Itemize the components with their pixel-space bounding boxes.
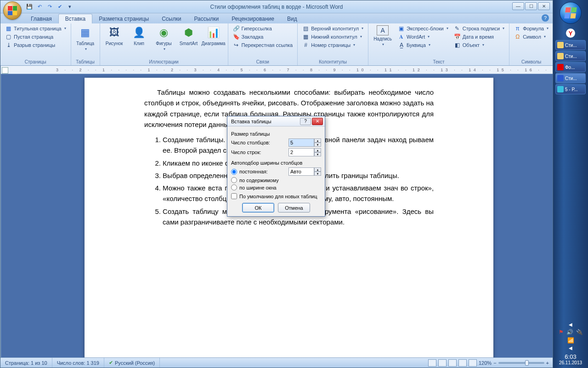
- tab-references[interactable]: Ссылки: [155, 14, 187, 23]
- blank-page-button[interactable]: ▢Пустая страница: [3, 33, 68, 40]
- tray-flag-icon[interactable]: ⚑: [559, 329, 564, 335]
- rows-spinner[interactable]: ▲▼: [288, 148, 321, 156]
- tab-insert[interactable]: Вставка: [58, 14, 93, 23]
- quickparts-button[interactable]: ▣Экспресс-блоки▾: [396, 24, 450, 32]
- group-pages: ▦Титульная страница▾ ▢Пустая страница ⤓Р…: [0, 23, 71, 65]
- bookmark-button[interactable]: 🔖Закладка: [231, 33, 295, 40]
- taskbar-item[interactable]: Фо...: [555, 62, 586, 72]
- dialog-help-button[interactable]: ?: [300, 118, 311, 125]
- view-web[interactable]: [448, 359, 457, 367]
- columns-spinner[interactable]: ▲▼: [288, 138, 321, 147]
- autofit-window-radio[interactable]: [231, 184, 237, 190]
- date[interactable]: 26.11.2013: [553, 360, 588, 365]
- horizontal-ruler[interactable]: 3 · · 2 · · 1 · · · · · 1 · · 2 · · 3 · …: [1, 66, 553, 74]
- yandex-icon[interactable]: Y: [566, 29, 575, 38]
- zoom-thumb[interactable]: [525, 360, 529, 366]
- maximize-button[interactable]: ☐: [525, 2, 537, 10]
- chart-button[interactable]: 📊Диаграмма: [202, 24, 225, 47]
- help-icon[interactable]: ?: [542, 14, 549, 22]
- autofit-legend: Автоподбор ширины столбцов: [231, 160, 321, 166]
- tab-view[interactable]: Вид: [281, 14, 304, 23]
- status-language[interactable]: ✔Русский (Россия): [104, 358, 160, 368]
- tab-review[interactable]: Рецензирование: [225, 14, 281, 23]
- autofit-fixed-radio[interactable]: [231, 169, 237, 175]
- signature-button[interactable]: ✎Строка подписи▾: [452, 24, 506, 32]
- tray-signal-icon[interactable]: 📶: [567, 337, 574, 344]
- spin-up-icon[interactable]: ▲: [314, 167, 321, 172]
- cover-page-button[interactable]: ▦Титульная страница▾: [3, 24, 68, 32]
- columns-input[interactable]: [288, 138, 314, 147]
- spin-up-icon[interactable]: ▲: [314, 148, 321, 152]
- close-button[interactable]: ✕: [538, 2, 550, 10]
- wordart-button[interactable]: 𝐀WordArt▾: [396, 33, 450, 40]
- cancel-button[interactable]: Отмена: [278, 203, 310, 213]
- spin-down-icon[interactable]: ▼: [314, 152, 321, 156]
- datetime-button[interactable]: 📅Дата и время: [452, 33, 506, 40]
- hyperlink-button[interactable]: 🔗Гиперссылка: [231, 24, 295, 32]
- taskbar-item[interactable]: Сти...: [555, 40, 586, 50]
- rows-input[interactable]: [288, 148, 314, 156]
- view-fullscreen[interactable]: [438, 359, 447, 367]
- save-icon[interactable]: 💾: [25, 3, 34, 11]
- blank-page-icon: ▢: [5, 33, 12, 40]
- remember-checkbox[interactable]: [231, 193, 237, 199]
- taskbar-item[interactable]: 5 - Р...: [555, 84, 586, 94]
- taskbar-item[interactable]: Сти...: [555, 51, 586, 61]
- qat-dropdown-icon[interactable]: ▾: [66, 3, 74, 11]
- zoom-level[interactable]: 120%: [479, 360, 492, 366]
- redo-icon[interactable]: ↷: [45, 3, 54, 11]
- view-outline[interactable]: [458, 359, 467, 367]
- spin-up-icon[interactable]: ▲: [314, 138, 321, 143]
- ok-button[interactable]: ОК: [242, 203, 274, 213]
- clock[interactable]: 6:03: [553, 353, 588, 360]
- picture-button[interactable]: 🖼Рисунок: [103, 24, 126, 47]
- autofit-fixed-row[interactable]: постоянная: ▲▼: [231, 167, 321, 176]
- autofit-content-row[interactable]: по содержимому: [231, 177, 321, 183]
- page-break-button[interactable]: ⤓Разрыв страницы: [3, 41, 68, 49]
- spin-down-icon[interactable]: ▼: [314, 172, 321, 176]
- undo-icon[interactable]: ↶: [35, 3, 44, 11]
- dialog-titlebar[interactable]: Вставка таблицы ? ✕: [227, 116, 325, 126]
- autofit-content-radio[interactable]: [231, 177, 237, 183]
- status-wordcount[interactable]: Число слов: 1 319: [52, 358, 104, 368]
- start-button[interactable]: [560, 2, 582, 24]
- tray-network-icon[interactable]: 🔌: [576, 329, 583, 335]
- tab-mailings[interactable]: Рассылки: [187, 14, 225, 23]
- shapes-button[interactable]: ◉Фигуры▾: [153, 24, 175, 52]
- view-print-layout[interactable]: [428, 359, 436, 367]
- textbox-button[interactable]: AНадпись▾: [371, 24, 394, 47]
- app-icon: [557, 86, 564, 92]
- tray-chevron-icon[interactable]: ◀: [553, 322, 588, 327]
- fixed-width-input[interactable]: [288, 167, 314, 176]
- tray-chevron-icon[interactable]: ◀: [553, 345, 588, 351]
- zoom-out[interactable]: −: [493, 360, 496, 366]
- folder-icon: [557, 53, 564, 59]
- zoom-slider[interactable]: [498, 362, 544, 364]
- fixed-width-spinner[interactable]: ▲▼: [288, 167, 321, 176]
- equation-button[interactable]: πФормула▾: [512, 24, 550, 32]
- office-button[interactable]: [3, 1, 22, 20]
- tab-page-layout[interactable]: Разметка страницы: [92, 14, 155, 23]
- taskbar-item[interactable]: Сти...: [555, 73, 586, 83]
- footer-button[interactable]: ▦Нижний колонтитул▾: [300, 33, 365, 40]
- spellcheck-icon[interactable]: ✔: [56, 3, 64, 11]
- autofit-window-row[interactable]: по ширине окна: [231, 184, 321, 190]
- table-button[interactable]: ▦Таблица▾: [74, 24, 97, 52]
- header-button[interactable]: ▤Верхний колонтитул▾: [300, 24, 365, 32]
- object-button[interactable]: ◧Объект▾: [452, 41, 506, 49]
- clipart-button[interactable]: 👤Клип: [128, 24, 151, 47]
- view-draft[interactable]: [469, 359, 477, 367]
- minimize-button[interactable]: —: [512, 2, 524, 10]
- tab-home[interactable]: Главная: [24, 14, 58, 23]
- dialog-close-button[interactable]: ✕: [312, 118, 323, 125]
- tray-volume-icon[interactable]: 🔊: [566, 329, 573, 335]
- dropcap-button[interactable]: A̲Буквица▾: [396, 41, 450, 49]
- crossref-button[interactable]: ↪Перекрестная ссылка: [231, 41, 295, 49]
- spin-down-icon[interactable]: ▼: [314, 143, 321, 147]
- remember-row[interactable]: По умолчанию для новых таблиц: [231, 193, 321, 199]
- smartart-button[interactable]: ⬢SmartArt: [177, 24, 200, 47]
- status-page[interactable]: Страница: 1 из 10: [0, 358, 52, 368]
- zoom-in[interactable]: +: [546, 360, 549, 366]
- pagenum-button[interactable]: #Номер страницы▾: [300, 41, 365, 49]
- symbol-button[interactable]: ΩСимвол▾: [512, 33, 550, 40]
